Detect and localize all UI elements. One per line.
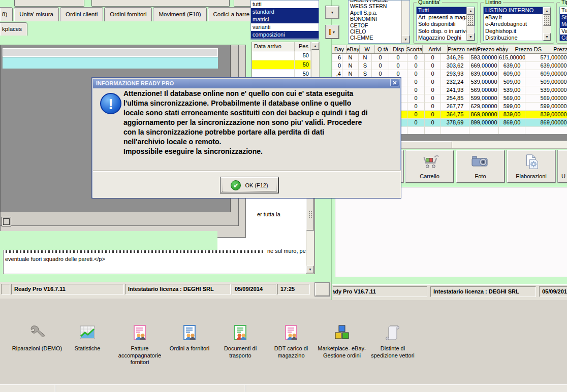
list-item[interactable]: matrici [251, 16, 319, 23]
list-item[interactable]: Solo disponibili [417, 21, 466, 28]
scrollbar-thumb[interactable] [543, 15, 551, 26]
scroll-up-icon[interactable]: ▲ [467, 7, 475, 15]
list-item[interactable]: Distribuzione [484, 35, 543, 41]
button-label: Carrello [420, 173, 439, 179]
list-item[interactable]: Solo disp. o in arrivo [417, 28, 466, 35]
list-item[interactable]: Ma [560, 21, 567, 28]
scroll-down-icon[interactable]: ▼ [402, 36, 410, 43]
list-item[interactable]: Co [560, 35, 567, 41]
tipo-group: Tip TutStaMaVarCo [556, 2, 567, 44]
list-item[interactable]: Apell S.p.a. [349, 10, 401, 16]
clipped-action-button[interactable]: U [558, 150, 567, 183]
tab-marketplaces[interactable]: kplaces [0, 22, 27, 36]
tab[interactable]: Unita' misura [14, 7, 59, 21]
list-item[interactable]: CIELO [349, 28, 401, 35]
list-item[interactable]: e-Arredobagno.it [484, 21, 543, 28]
dialog-title-bar[interactable]: INFORMAZIONE READY PRO [93, 79, 400, 88]
brand-list-scrollbar[interactable]: ▼ [401, 1, 410, 43]
table-header-row[interactable]: BayeBayWQ.tàDispScortaArriviPrezzo netto… [332, 45, 567, 54]
list-item[interactable]: WEISS STERN [349, 3, 401, 9]
dropdown-button[interactable]: ▼ [326, 6, 339, 18]
scroll-up-icon[interactable]: ▲ [311, 42, 319, 50]
dialog-footer: ✔ OK (F12) [93, 171, 401, 198]
desktop-icon-ordini-fornitori[interactable]: Ordini a fornitori [162, 324, 217, 352]
table-row[interactable]: 6 N N 0 0 0 0 346,26 593,00000 615,00000… [332, 54, 567, 62]
list-item[interactable]: Sta [560, 14, 567, 21]
invoice-people-icon [131, 337, 149, 343]
list-item[interactable]: CI-EMME [349, 35, 401, 41]
editor-scrollbar[interactable]: ▼ [306, 198, 314, 274]
column-header[interactable]: Prezzo netto [448, 45, 477, 53]
list-item[interactable]: composizioni [251, 31, 319, 39]
desktop-icon-statistiche[interactable]: Statistiche [59, 324, 115, 352]
list-item[interactable]: Deghishop.it [484, 28, 543, 35]
partial-toolbar-button[interactable] [14, 0, 84, 7]
list-item[interactable]: Magazzino Deghi [417, 35, 466, 41]
close-icon[interactable] [390, 79, 399, 86]
screen: 8)Unita' misuraOrdini clientiOrdini forn… [0, 0, 567, 392]
list-item[interactable]: tutti [251, 1, 319, 8]
tab[interactable]: Codici a barre [208, 7, 256, 21]
elaborations-button[interactable]: Elaborazioni [507, 150, 555, 183]
column-header[interactable]: Q.tà [375, 45, 391, 53]
column-header[interactable]: W [360, 45, 375, 53]
scrollbar-thumb[interactable] [306, 198, 314, 231]
list-item[interactable]: CETOF [349, 22, 401, 28]
tab[interactable]: Movimenti (F10) [153, 7, 206, 21]
list-item[interactable]: BONOMINI [349, 16, 401, 22]
table-row[interactable]: 0 N S 0 0 0 0 303,62 669,00000 639,00 63… [332, 62, 567, 70]
column-header[interactable]: Bay [332, 45, 346, 53]
scroll-down-icon[interactable]: ▼ [467, 33, 475, 41]
desktop-icon-ddt-carico[interactable]: DDT carico di magazzino [263, 324, 319, 359]
column-header[interactable]: eBay [346, 45, 360, 53]
small-toggle-button[interactable] [2, 217, 11, 226]
list-item[interactable]: Art. presenti a maga [417, 14, 466, 21]
window-resize-grip[interactable] [315, 283, 329, 296]
photo-button[interactable]: Foto [456, 150, 505, 183]
tab[interactable]: 8) [0, 7, 13, 21]
mini-table-header[interactable]: Data arrivo Pes [252, 42, 311, 51]
desktop-icon-fatture[interactable]: Fatture accompagnatorie fornitori [112, 324, 168, 366]
partial-toolbar-button[interactable] [91, 0, 230, 7]
column-header[interactable]: Arrivi [423, 45, 448, 53]
column-header[interactable]: Prezzo E-A [553, 45, 567, 53]
desktop-icon-distinte[interactable]: Distinte di spedizione vettori [365, 324, 421, 359]
group-label: Listino [484, 0, 503, 5]
desktop-icon-marketplace[interactable]: Marketplace- eBay- Gestione ordini [314, 324, 370, 359]
icon-label: Documenti di trasporto [212, 345, 268, 359]
clipped-text-line [6, 250, 264, 253]
list-item[interactable]: Var [560, 28, 567, 35]
quantity-scrollbar[interactable]: ▲ ▼ [466, 7, 475, 41]
editor-text-fragment: er tutta la [257, 211, 280, 217]
list-item[interactable]: LISTINO INTERNO [484, 7, 543, 14]
list-item[interactable]: Tutti [417, 7, 466, 14]
group-label: Quantita' [417, 0, 442, 5]
desktop-icon-riparazioni[interactable]: Riparazioni (DEMO) [9, 324, 65, 352]
cart-button[interactable]: Carrello [405, 150, 454, 183]
list-item[interactable]: eBay.it [484, 14, 543, 21]
column-header[interactable]: Prezzo DS [503, 45, 553, 53]
list-item[interactable]: Tut [560, 7, 567, 14]
ok-button[interactable]: ✔ OK (F12) [220, 177, 279, 193]
status-bar: Ready Pro V16.7.11 Intestatario licenza … [0, 282, 331, 299]
desktop-icon-documenti-trasporto[interactable]: Documenti di trasporto [212, 324, 268, 359]
scrollbar-thumb[interactable] [467, 15, 475, 26]
listino-scrollbar[interactable]: ▲ ▼ [543, 7, 551, 41]
list-item[interactable]: standard [251, 8, 319, 16]
info-exclamation-icon: ! [100, 93, 121, 114]
list-item[interactable]: varianti [251, 23, 319, 31]
taskbar-strip[interactable] [0, 384, 567, 392]
scroll-up-icon[interactable]: ▲ [543, 7, 551, 15]
scroll-down-icon[interactable]: ▼ [543, 33, 551, 41]
column-header[interactable]: Prezzo ebay [477, 45, 503, 53]
column-header[interactable]: Disp [391, 45, 406, 53]
column-header[interactable]: Scorta [406, 45, 423, 53]
table-row[interactable]: 50 [252, 51, 311, 60]
dropdown-button[interactable]: ▼ [326, 25, 339, 39]
listino-group: Listino LISTINO INTERNOeBay.ite-Arredoba… [480, 2, 554, 44]
scroll-down-icon[interactable]: ▼ [306, 266, 314, 273]
tab[interactable]: Ordini clienti [60, 7, 103, 21]
table-row[interactable]: 50 [252, 60, 311, 70]
green-strip [0, 231, 217, 250]
tab[interactable]: Ordini fornitori [104, 7, 152, 21]
